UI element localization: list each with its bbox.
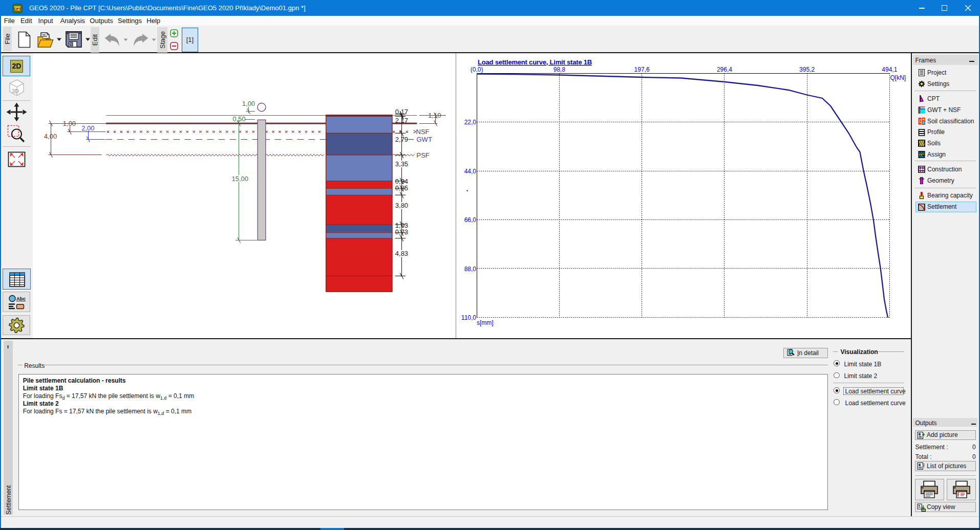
svg-text:0,73: 0,73 (395, 228, 408, 236)
svg-text:1,00: 1,00 (242, 100, 255, 107)
svg-text:3,35: 3,35 (395, 160, 408, 168)
svg-text:2,17: 2,17 (395, 117, 408, 124)
svg-text:2,00: 2,00 (81, 124, 94, 132)
svg-text:CPT: CPT (14, 7, 22, 11)
svg-text:GWT: GWT (417, 136, 432, 143)
svg-text:44,0: 44,0 (464, 168, 477, 175)
svg-text:1,00: 1,00 (63, 120, 76, 127)
svg-text:66,0: 66,0 (464, 216, 477, 224)
svg-text:4,83: 4,83 (395, 250, 408, 257)
svg-text:110,0: 110,0 (461, 314, 476, 321)
svg-text:0,17: 0,17 (395, 108, 408, 116)
svg-text:22,0: 22,0 (464, 119, 477, 126)
svg-text:197,6: 197,6 (634, 66, 650, 73)
svg-text:1,10: 1,10 (428, 112, 441, 119)
svg-text:88,0: 88,0 (464, 266, 477, 273)
svg-text:Abc: Abc (16, 296, 26, 301)
svg-text:98,8: 98,8 (553, 66, 566, 73)
svg-text:s[mm]: s[mm] (477, 319, 494, 326)
svg-text:0,85: 0,85 (395, 184, 408, 192)
svg-text:4,00: 4,00 (44, 132, 57, 140)
svg-text:395,2: 395,2 (799, 66, 815, 73)
svg-text:15,00: 15,00 (232, 175, 249, 183)
svg-text:3D: 3D (12, 88, 19, 94)
svg-text:Q[kN]: Q[kN] (890, 74, 906, 81)
svg-text:2,79: 2,79 (395, 136, 408, 143)
svg-text:PSF: PSF (417, 151, 430, 159)
svg-text:296,4: 296,4 (717, 66, 732, 73)
svg-text:494,1: 494,1 (882, 66, 897, 73)
svg-text:Load settlement curve, Limit s: Load settlement curve, Limit state 1B (478, 58, 592, 66)
svg-text:3,80: 3,80 (395, 202, 408, 209)
svg-text:(0,0): (0,0) (471, 66, 483, 73)
svg-text:NSF: NSF (416, 128, 430, 136)
